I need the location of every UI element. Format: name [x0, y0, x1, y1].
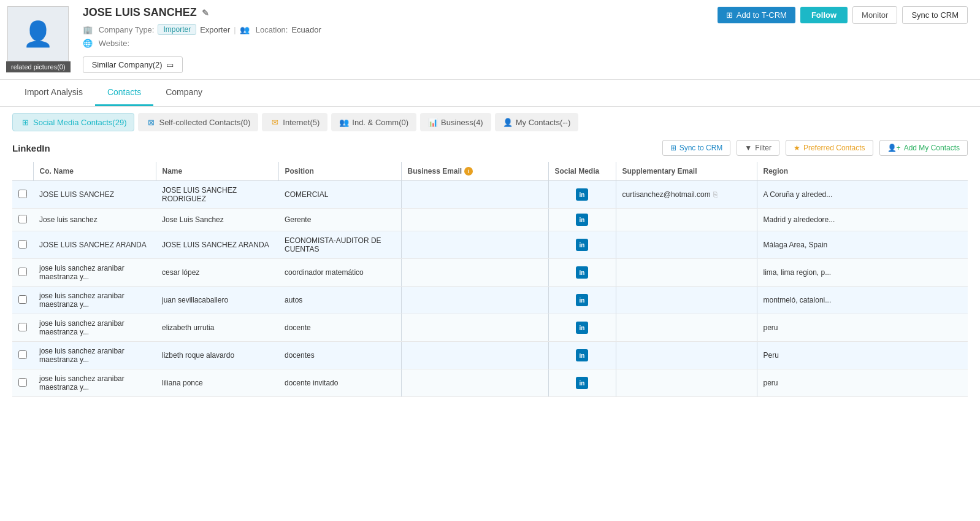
- sub-tab-business[interactable]: 📊 Business(4): [420, 113, 491, 131]
- row-region: lima, lima region, p...: [757, 259, 968, 287]
- row-position: docentes: [278, 342, 401, 369]
- table-row: jose luis sanchez aranibar maestranza y.…: [12, 314, 968, 342]
- table-sync-button[interactable]: ⊞ Sync to CRM: [662, 140, 731, 156]
- linkedin-icon[interactable]: in: [576, 239, 588, 251]
- avatar: 👤: [7, 6, 69, 61]
- star-icon: ★: [794, 144, 800, 152]
- sync-crm-button[interactable]: Sync to CRM: [902, 6, 968, 24]
- filter-button[interactable]: ▼ Filter: [737, 140, 779, 156]
- row-checkbox[interactable]: [18, 295, 27, 304]
- th-checkbox: [12, 162, 33, 181]
- row-supemail: [616, 369, 757, 397]
- row-social: in: [548, 181, 616, 209]
- email-info-icon[interactable]: i: [464, 167, 473, 176]
- row-region: Peru: [757, 342, 968, 369]
- row-coname: jose luis sanchez aranibar maestranza y.…: [33, 369, 156, 397]
- edit-icon[interactable]: ✎: [202, 8, 209, 18]
- row-supemail: [616, 342, 757, 369]
- similar-company-label: Similar Company(2): [92, 60, 163, 69]
- linkedin-icon[interactable]: in: [576, 266, 588, 279]
- table-actions: ⊞ Sync to CRM ▼ Filter ★ Preferred Conta…: [662, 140, 968, 156]
- row-supemail: [616, 287, 757, 314]
- linkedin-icon[interactable]: in: [576, 214, 588, 226]
- linkedin-icon[interactable]: in: [576, 349, 588, 361]
- row-checkbox[interactable]: [18, 350, 27, 359]
- table-header: Co. Name Name Position Business Email i …: [12, 162, 968, 181]
- sub-tabs-section: ⊞ Social Media Contacts(29) ⊠ Self-colle…: [0, 107, 980, 131]
- row-position: docente: [278, 314, 401, 342]
- tab-import-analysis[interactable]: Import Analysis: [12, 80, 95, 106]
- add-to-tcrm-button[interactable]: ⊞ Add to T-CRM: [718, 7, 795, 23]
- row-email: [401, 259, 548, 287]
- table-body: JOSE LUIS SANCHEZ JOSE LUIS SANCHEZ RODR…: [12, 181, 968, 397]
- add-my-contacts-button[interactable]: 👤+ Add My Contacts: [879, 140, 968, 156]
- follow-button[interactable]: Follow: [800, 7, 848, 23]
- tab-company[interactable]: Company: [153, 80, 215, 106]
- related-pictures-btn[interactable]: related pictures(0): [6, 61, 71, 72]
- linkedin-icon[interactable]: in: [576, 377, 588, 389]
- row-checkbox-cell: [12, 342, 33, 369]
- row-supemail: [616, 209, 757, 231]
- monitor-button[interactable]: Monitor: [852, 6, 897, 24]
- copy-email-icon[interactable]: ⎘: [713, 190, 718, 199]
- sub-tab-ind-comm[interactable]: 👥 Ind. & Comm(0): [331, 113, 416, 131]
- tab-contacts[interactable]: Contacts: [95, 80, 153, 106]
- company-name: JOSE LUIS SANCHEZ: [83, 6, 197, 19]
- row-region: peru: [757, 314, 968, 342]
- row-coname: jose luis sanchez aranibar maestranza y.…: [33, 259, 156, 287]
- row-checkbox-cell: [12, 259, 33, 287]
- sub-tab-self-collected[interactable]: ⊠ Self-collected Contacts(0): [138, 113, 258, 131]
- section-title: LinkedIn: [12, 143, 50, 153]
- row-position: Gerente: [278, 209, 401, 231]
- row-checkbox-cell: [12, 181, 33, 209]
- row-name: JOSE LUIS SANCHEZ RODRIGUEZ: [156, 181, 278, 209]
- sub-tab-business-label: Business(4): [441, 118, 483, 127]
- sub-tab-social-label: Social Media Contacts(29): [33, 118, 126, 127]
- linkedin-icon[interactable]: in: [576, 294, 588, 306]
- row-checkbox[interactable]: [18, 215, 27, 223]
- company-type-row: 🏢 Company Type: Importer Exporter | 👥 Lo…: [83, 24, 968, 35]
- row-checkbox[interactable]: [18, 268, 27, 276]
- table-row: jose luis sanchez aranibar maestranza y.…: [12, 287, 968, 314]
- row-supemail: [616, 314, 757, 342]
- linkedin-icon[interactable]: in: [576, 188, 588, 201]
- sub-tab-social-media[interactable]: ⊞ Social Media Contacts(29): [12, 113, 134, 131]
- type-importer[interactable]: Importer: [158, 24, 196, 35]
- row-checkbox-cell: [12, 287, 33, 314]
- tcrm-sub-icon: ⊠: [146, 117, 156, 127]
- sub-tab-self-label: Self-collected Contacts(0): [159, 118, 250, 127]
- row-email: [401, 342, 548, 369]
- sub-tab-mycontacts-label: My Contacts(--): [516, 118, 571, 127]
- row-checkbox[interactable]: [18, 240, 27, 249]
- row-position: docente invitado: [278, 369, 401, 397]
- contacts-table: Co. Name Name Position Business Email i …: [12, 162, 968, 397]
- th-region: Region: [757, 162, 968, 181]
- preferred-contacts-button[interactable]: ★ Preferred Contacts: [786, 140, 873, 156]
- row-social: in: [548, 231, 616, 259]
- row-name: juan sevillacaballero: [156, 287, 278, 314]
- linkedin-icon[interactable]: in: [576, 322, 588, 334]
- business-icon: 📊: [428, 117, 438, 127]
- company-type-icon: 🏢: [83, 25, 93, 34]
- row-checkbox[interactable]: [18, 190, 27, 198]
- th-social: Social Media: [548, 162, 616, 181]
- table-row: jose luis sanchez aranibar maestranza y.…: [12, 342, 968, 369]
- add-contact-icon: 👤+: [887, 144, 901, 152]
- row-email: [401, 314, 548, 342]
- row-social: in: [548, 259, 616, 287]
- similar-company-button[interactable]: Similar Company(2) ▭: [83, 56, 183, 73]
- sub-tab-internet[interactable]: ✉ Internet(5): [262, 113, 327, 131]
- row-checkbox[interactable]: [18, 378, 27, 387]
- row-coname: Jose luis sanchez: [33, 209, 156, 231]
- row-coname: JOSE LUIS SANCHEZ ARANDA: [33, 231, 156, 259]
- sub-tab-my-contacts[interactable]: 👤 My Contacts(--): [495, 113, 579, 131]
- row-checkbox[interactable]: [18, 323, 27, 331]
- sub-tab-internet-label: Internet(5): [283, 118, 320, 127]
- row-position: coordinador matemático: [278, 259, 401, 287]
- row-social: in: [548, 287, 616, 314]
- page-header: 👤 related pictures(0) JOSE LUIS SANCHEZ …: [0, 0, 980, 80]
- header-actions: ⊞ Add to T-CRM Follow Monitor Sync to CR…: [718, 6, 968, 24]
- sub-tab-ind-label: Ind. & Comm(0): [352, 118, 408, 127]
- row-checkbox-cell: [12, 314, 33, 342]
- row-email: [401, 231, 548, 259]
